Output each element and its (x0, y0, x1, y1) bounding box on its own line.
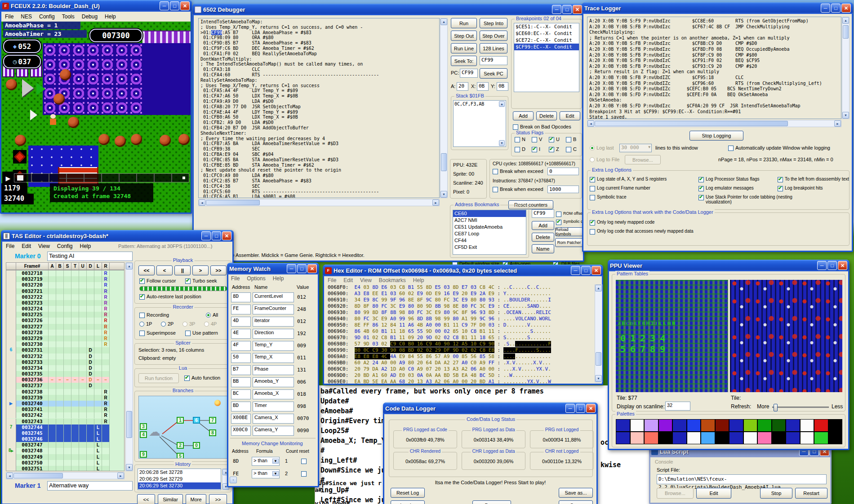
watch-name-input[interactable]: iterator (253, 317, 294, 327)
rom-patcher-button[interactable]: Rom Patcher (555, 238, 583, 247)
minimize-button[interactable]: ─ (287, 264, 296, 273)
branch-node-1[interactable]: 1 (177, 417, 184, 424)
branches-map[interactable]: ☁ 3491678205 (138, 396, 227, 459)
maximize-button[interactable]: □ (581, 266, 591, 275)
trace-option-checkbox[interactable]: To the left from disassembly text (778, 177, 849, 182)
playback-cursor[interactable]: ▶ (6, 401, 16, 407)
input-cell[interactable] (71, 270, 79, 276)
input-cell[interactable] (79, 288, 87, 294)
menu-item-help[interactable]: Help (273, 275, 284, 282)
run-line-button[interactable]: Run Line (451, 43, 477, 53)
input-cell[interactable]: L (94, 436, 102, 442)
input-cell[interactable] (87, 412, 94, 418)
input-cell[interactable] (79, 347, 87, 353)
palette-swatch[interactable] (800, 432, 814, 444)
marker-6[interactable]: 6 (6, 347, 16, 353)
palette-row-2[interactable] (616, 432, 842, 444)
input-cell[interactable] (49, 300, 56, 306)
break-instructions-checkbox[interactable]: Break when exceed (493, 186, 543, 192)
marker-nav-button[interactable]: >> (209, 494, 227, 504)
palette-swatch[interactable] (786, 419, 800, 432)
watch-name-input[interactable]: Temp_Y (253, 341, 294, 351)
input-cell[interactable] (79, 354, 87, 359)
input-cell[interactable] (87, 460, 94, 466)
input-cell[interactable] (56, 318, 64, 323)
hex-row[interactable]: 0069A0: E8 E8 E8 4C 4A E9 84 55 86 57 A9… (325, 354, 595, 360)
gutter-cell[interactable] (6, 383, 16, 389)
input-cell[interactable] (49, 407, 56, 412)
input-cell[interactable] (102, 448, 110, 454)
trace-option-checkbox[interactable]: Use Stack Pointer for code tabbing (nest… (698, 195, 802, 204)
bookmark-delete-button[interactable]: Delete (532, 233, 554, 242)
palette-swatch[interactable] (616, 432, 630, 444)
input-cell[interactable]: D (87, 354, 94, 359)
piano-roll-row[interactable]: 0032743R (6, 419, 124, 424)
input-cell[interactable]: – (94, 377, 102, 383)
menu-item-bookmarks[interactable]: Bookmarks (379, 277, 406, 283)
seek-to-button[interactable]: Seek To: (451, 56, 477, 66)
menu-item-debug[interactable]: Debug (82, 13, 98, 20)
input-cell[interactable] (71, 412, 79, 418)
maximize-button[interactable]: □ (827, 261, 837, 270)
input-cell[interactable]: L (94, 448, 102, 454)
input-cell[interactable] (102, 359, 110, 365)
input-cell[interactable] (87, 466, 94, 471)
save-as-button[interactable]: Save as... (559, 488, 593, 498)
input-cell[interactable]: R (102, 389, 110, 395)
step-out-button[interactable]: Step Out (451, 31, 477, 41)
close-button[interactable]: ✕ (222, 231, 231, 240)
frame-number[interactable]: 0032741 (16, 407, 49, 412)
frame-number[interactable]: 0032722 (16, 294, 49, 300)
gutter-cell[interactable] (6, 442, 16, 448)
frame-number[interactable]: 0032738 (16, 389, 49, 395)
frame-number[interactable]: 0032740 (16, 401, 49, 407)
input-cell[interactable] (64, 336, 71, 341)
menu-item-help[interactable]: Help (413, 277, 424, 283)
frame-number[interactable]: 0032718 (16, 270, 49, 276)
palette-swatch[interactable] (715, 432, 729, 444)
monitor-formula-select[interactable]: > than▼ (252, 469, 280, 478)
input-cell[interactable] (79, 306, 87, 312)
breakpoint-item[interactable]: $CF99:EC--X- Condit (514, 44, 579, 50)
trace-scrollbar[interactable]: ▲▼ (842, 17, 850, 119)
input-cell[interactable]: D (87, 347, 94, 353)
memwatch-corner-button[interactable]: › (230, 477, 237, 483)
input-cell[interactable]: D (87, 383, 94, 389)
input-cell[interactable] (94, 294, 102, 300)
input-cell[interactable] (79, 448, 87, 454)
input-cell[interactable] (49, 288, 56, 294)
minimize-button[interactable]: ─ (817, 261, 827, 270)
input-cell[interactable] (64, 466, 71, 471)
piano-roll-row[interactable]: 8▶0032748L (6, 448, 124, 454)
minimize-button[interactable]: ─ (201, 231, 211, 240)
column-header-a[interactable]: A (49, 263, 56, 270)
pc-input[interactable]: CF99 (460, 69, 478, 78)
piano-roll-row[interactable]: 0032735D (6, 371, 124, 377)
input-cell[interactable] (56, 324, 64, 330)
input-cell[interactable] (87, 341, 94, 347)
close-button[interactable]: ✕ (592, 266, 601, 275)
all-radio[interactable]: All (206, 312, 218, 318)
auto-restore-checkbox[interactable]: Auto-restore last position (139, 294, 201, 300)
step-over-button[interactable]: Step Over (480, 31, 507, 41)
watch-address-input[interactable]: X00BE (231, 414, 251, 424)
tas-titlebar[interactable]: ⣿ TAS Editor - ctrlaltdestroy3-bdash* ─ … (1, 230, 234, 242)
input-cell[interactable] (71, 436, 79, 442)
piano-roll-row[interactable]: 70032744L (6, 424, 124, 430)
input-cell[interactable]: R (102, 324, 110, 330)
input-cell[interactable] (49, 454, 56, 460)
stack-view[interactable]: 0C,CF,F3,AB (453, 100, 506, 147)
input-cell[interactable] (71, 430, 79, 436)
input-cell[interactable] (64, 306, 71, 312)
input-cell[interactable] (94, 336, 102, 341)
piano-roll-row[interactable]: 0032751L (6, 466, 124, 471)
input-cell[interactable] (64, 330, 71, 336)
frame-number[interactable]: 0032747 (16, 442, 49, 448)
input-cell[interactable] (64, 407, 71, 412)
maximize-button[interactable]: □ (170, 1, 179, 10)
column-header-b[interactable]: B (56, 263, 64, 270)
pattern-table-left[interactable]: ᴀʙᴄᴅᴇꜰɢʜɪᴊᴋʟᴍɴ 01234 56789 (616, 280, 728, 392)
input-cell[interactable] (94, 371, 102, 377)
bookmark-add-button[interactable]: Add (532, 221, 554, 230)
piano-roll-row[interactable]: 0032719R (6, 276, 124, 282)
